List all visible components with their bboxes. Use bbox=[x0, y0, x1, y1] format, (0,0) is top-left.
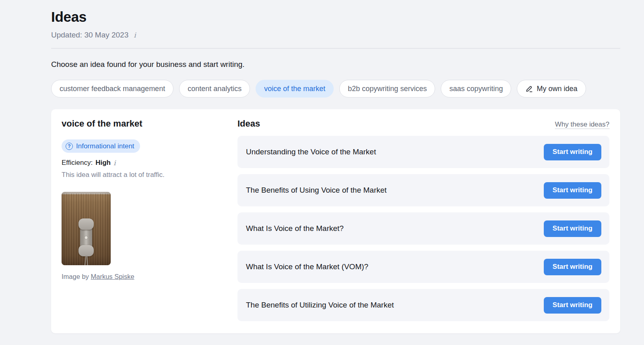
idea-image bbox=[62, 192, 111, 265]
idea-detail-panel: voice of the market Informational intent… bbox=[62, 118, 223, 321]
keyword-pill-label: My own idea bbox=[537, 85, 577, 93]
intent-badge-label: Informational intent bbox=[76, 142, 134, 150]
page-title: Ideas bbox=[51, 9, 620, 25]
image-credit: Image by Markus Spiske bbox=[62, 273, 223, 281]
ideas-list-panel: Ideas Why these ideas? Understanding the… bbox=[237, 118, 609, 321]
keyword-pill-my-own-idea[interactable]: My own idea bbox=[517, 80, 586, 98]
updated-label: Updated: 30 May 2023 bbox=[51, 31, 128, 39]
start-writing-button[interactable]: Start writing bbox=[544, 220, 601, 237]
idea-title: Understanding the Voice of the Market bbox=[246, 148, 376, 156]
pencil-icon bbox=[525, 85, 533, 93]
idea-row: The Benefits of Using Voice of the Marke… bbox=[237, 174, 609, 206]
image-credit-link[interactable]: Markus Spiske bbox=[91, 273, 134, 280]
efficiency-row: Efficiency: High i bbox=[62, 159, 223, 167]
efficiency-description: This idea will attract a lot of traffic. bbox=[62, 171, 223, 179]
keyword-pill-label: voice of the market bbox=[264, 85, 325, 93]
info-icon[interactable]: i bbox=[132, 31, 137, 39]
efficiency-label: Efficiency: bbox=[62, 159, 93, 167]
ideas-page: Ideas Updated: 30 May 2023 i Choose an i… bbox=[0, 0, 644, 333]
wall-phone-illustration bbox=[78, 218, 94, 256]
updated-row: Updated: 30 May 2023 i bbox=[51, 31, 620, 39]
efficiency-value: High bbox=[95, 159, 111, 167]
keyword-pill-b2b-copywriting-services[interactable]: b2b copywriting services bbox=[339, 80, 435, 98]
idea-title: The Benefits of Using Voice of the Marke… bbox=[246, 186, 387, 195]
header-divider bbox=[51, 48, 620, 49]
keyword-pill-saas-copywriting[interactable]: saas copywriting bbox=[441, 80, 511, 98]
idea-row: What Is Voice of the Market?Start writin… bbox=[237, 212, 609, 245]
keyword-pill-voice-of-the-market[interactable]: voice of the market bbox=[256, 80, 334, 98]
idea-title: What Is Voice of the Market? bbox=[246, 224, 344, 233]
keyword-pill-label: saas copywriting bbox=[449, 85, 503, 93]
idea-row: The Benefits of Utilizing Voice of the M… bbox=[237, 289, 609, 321]
idea-row: What Is Voice of the Market (VOM)?Start … bbox=[237, 251, 609, 283]
start-writing-button[interactable]: Start writing bbox=[544, 144, 601, 160]
idea-rows: Understanding the Voice of the MarketSta… bbox=[237, 136, 609, 321]
intent-badge[interactable]: Informational intent bbox=[62, 139, 140, 153]
start-writing-button[interactable]: Start writing bbox=[544, 259, 601, 275]
idea-title: The Benefits of Utilizing Voice of the M… bbox=[246, 301, 394, 310]
ideas-list-header: Ideas Why these ideas? bbox=[237, 118, 609, 129]
keyword-pill-content-analytics[interactable]: content analytics bbox=[179, 80, 250, 98]
keyword-pills: customer feedback managementcontent anal… bbox=[51, 80, 620, 98]
idea-title: What Is Voice of the Market (VOM)? bbox=[246, 262, 368, 271]
why-these-ideas-link[interactable]: Why these ideas? bbox=[555, 121, 609, 129]
efficiency-info-icon[interactable]: i bbox=[112, 159, 117, 167]
idea-row: Understanding the Voice of the MarketSta… bbox=[237, 136, 609, 168]
keyword-pill-label: customer feedback management bbox=[60, 85, 165, 93]
ideas-list-title: Ideas bbox=[237, 118, 260, 129]
keyword-pill-label: b2b copywriting services bbox=[348, 85, 427, 93]
start-writing-button[interactable]: Start writing bbox=[544, 297, 601, 314]
idea-card: voice of the market Informational intent… bbox=[51, 109, 620, 333]
image-credit-prefix: Image by bbox=[62, 273, 89, 280]
keyword-pill-label: content analytics bbox=[188, 85, 242, 93]
keyword-pill-customer-feedback-management[interactable]: customer feedback management bbox=[51, 80, 173, 98]
start-writing-button[interactable]: Start writing bbox=[544, 182, 601, 199]
keyword-title: voice of the market bbox=[62, 118, 223, 129]
page-subtitle: Choose an idea found for your business a… bbox=[51, 60, 620, 69]
question-circle-icon bbox=[66, 143, 73, 150]
